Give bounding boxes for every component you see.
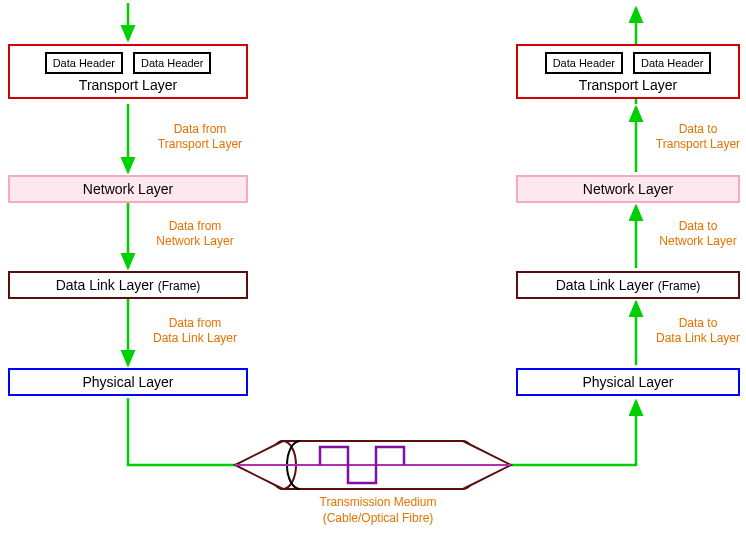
network-layer-title-left: Network Layer — [83, 181, 173, 197]
arrow-label-network-right: Data toNetwork Layer — [648, 219, 746, 249]
transmission-medium-shape — [235, 441, 511, 489]
data-header-box-right-2: Data Header — [633, 52, 711, 74]
arrow-label-network-left: Data fromNetwork Layer — [140, 219, 250, 249]
data-header-box-right-1: Data Header — [545, 52, 623, 74]
physical-layer-right: Physical Layer — [516, 368, 740, 396]
arrow-label-transport-right: Data toTransport Layer — [648, 122, 746, 152]
medium-line2: (Cable/Optical Fibre) — [323, 511, 434, 525]
network-layer-left: Network Layer — [8, 175, 248, 203]
arrow-label-datalink-left: Data fromData Link Layer — [140, 316, 250, 346]
arrow-medium-to-physical-right — [478, 401, 636, 465]
physical-layer-left: Physical Layer — [8, 368, 248, 396]
medium-line1: Transmission Medium — [320, 495, 437, 509]
physical-layer-title-right: Physical Layer — [582, 374, 673, 390]
transport-layer-title-left: Transport Layer — [18, 77, 238, 93]
datalink-layer-title-left: Data Link Layer — [56, 277, 154, 293]
network-layer-right: Network Layer — [516, 175, 740, 203]
network-layer-title-right: Network Layer — [583, 181, 673, 197]
data-header-box-left-2: Data Header — [133, 52, 211, 74]
svg-point-0 — [270, 441, 296, 489]
arrow-label-datalink-right: Data toData Link Layer — [648, 316, 746, 346]
transport-layer-left: Data Header Data Header Transport Layer — [8, 44, 248, 99]
arrow-physical-to-medium-left — [128, 398, 268, 465]
datalink-layer-title-right: Data Link Layer — [556, 277, 654, 293]
datalink-layer-right: Data Link Layer (Frame) — [516, 271, 740, 299]
transport-layer-right: Data Header Data Header Transport Layer — [516, 44, 740, 99]
data-header-box-left-1: Data Header — [45, 52, 123, 74]
datalink-frame-label-right: (Frame) — [658, 279, 701, 293]
physical-layer-title-left: Physical Layer — [82, 374, 173, 390]
datalink-layer-left: Data Link Layer (Frame) — [8, 271, 248, 299]
arrow-label-transport-left: Data fromTransport Layer — [140, 122, 260, 152]
transport-layer-title-right: Transport Layer — [526, 77, 730, 93]
svg-point-1 — [270, 441, 296, 489]
transmission-medium-label: Transmission Medium (Cable/Optical Fibre… — [303, 495, 453, 526]
datalink-frame-label-left: (Frame) — [158, 279, 201, 293]
